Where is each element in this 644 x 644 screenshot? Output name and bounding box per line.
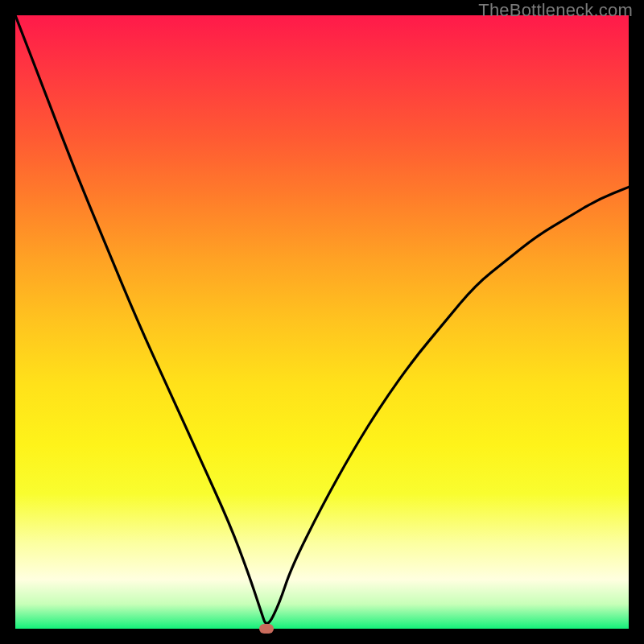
plot-area xyxy=(15,15,629,629)
chart-frame: TheBottleneck.com xyxy=(0,0,644,644)
watermark-text: TheBottleneck.com xyxy=(478,0,633,21)
optimal-point-marker xyxy=(259,624,274,634)
bottleneck-curve xyxy=(15,15,629,629)
